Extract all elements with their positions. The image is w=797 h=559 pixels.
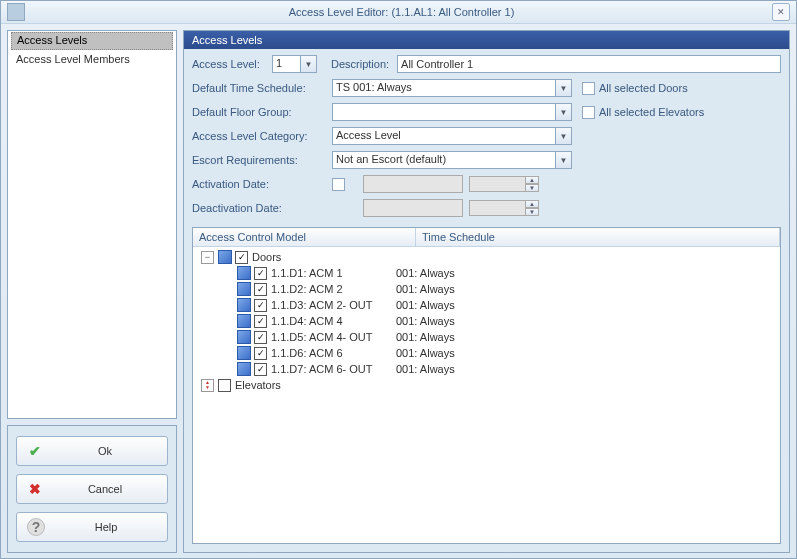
activation-time-spinner[interactable]: ▲▼ <box>469 176 539 192</box>
spin-up-icon: ▲ <box>525 176 539 184</box>
tree-row-door-item[interactable]: ✓1.1.D1: ACM 1001: Always <box>193 265 780 281</box>
item-schedule: 001: Always <box>396 315 776 327</box>
item-schedule: 001: Always <box>396 331 776 343</box>
chevron-down-icon: ▼ <box>555 152 571 168</box>
doors-label: Doors <box>252 251 281 263</box>
chevron-down-icon: ▼ <box>555 128 571 144</box>
tree-row-door-item[interactable]: ✓1.1.D4: ACM 4001: Always <box>193 313 780 329</box>
access-level-value: 1 <box>276 57 282 69</box>
category-select[interactable]: Access Level ▼ <box>332 127 572 145</box>
spin-down-icon: ▼ <box>525 208 539 216</box>
cube-icon <box>237 266 251 280</box>
tree-row-door-item[interactable]: ✓1.1.D7: ACM 6- OUT001: Always <box>193 361 780 377</box>
nav-tree: Access Levels Access Level Members <box>7 30 177 419</box>
app-icon <box>7 3 25 21</box>
description-label: Description: <box>331 58 389 70</box>
list-header: Access Control Model Time Schedule <box>193 228 780 247</box>
access-level-select[interactable]: 1 ▼ <box>272 55 317 73</box>
doors-checkbox[interactable]: ✓ <box>235 251 248 264</box>
escort-value: Not an Escort (default) <box>336 153 446 165</box>
default-floor-label: Default Floor Group: <box>192 106 332 118</box>
default-time-value: TS 001: Always <box>336 81 412 93</box>
cube-icon <box>237 346 251 360</box>
cube-icon <box>237 298 251 312</box>
collapse-icon[interactable]: − <box>201 251 214 264</box>
item-name: 1.1.D5: ACM 4- OUT <box>271 331 372 343</box>
panel-header: Access Levels <box>184 31 789 49</box>
cancel-label: Cancel <box>53 483 157 495</box>
ok-button[interactable]: ✔ Ok <box>16 436 168 466</box>
tree-row-door-item[interactable]: ✓1.1.D3: ACM 2- OUT001: Always <box>193 297 780 313</box>
activation-checkbox[interactable] <box>332 178 345 191</box>
question-icon: ? <box>27 518 45 536</box>
elevators-checkbox[interactable] <box>218 379 231 392</box>
default-time-select[interactable]: TS 001: Always ▼ <box>332 79 572 97</box>
chevron-down-icon: ▼ <box>555 80 571 96</box>
sort-icon[interactable]: ▲▼ <box>201 379 214 392</box>
item-name: 1.1.D4: ACM 4 <box>271 315 343 327</box>
item-schedule: 001: Always <box>396 347 776 359</box>
item-schedule: 001: Always <box>396 299 776 311</box>
item-checkbox[interactable]: ✓ <box>254 331 267 344</box>
titlebar: Access Level Editor: (1.1.AL1: All Contr… <box>1 1 796 24</box>
acm-list: Access Control Model Time Schedule −✓Doo… <box>192 227 781 544</box>
help-button[interactable]: ? Help <box>16 512 168 542</box>
nav-item-access-level-members[interactable]: Access Level Members <box>8 51 176 67</box>
deactivation-time-spinner[interactable]: ▲▼ <box>469 200 539 216</box>
tree-row-door-item[interactable]: ✓1.1.D6: ACM 6001: Always <box>193 345 780 361</box>
item-checkbox[interactable]: ✓ <box>254 347 267 360</box>
item-schedule: 001: Always <box>396 267 776 279</box>
item-name: 1.1.D6: ACM 6 <box>271 347 343 359</box>
form-area: Access Level: 1 ▼ Description: Default T… <box>184 49 789 227</box>
activation-date-input[interactable] <box>363 175 463 193</box>
default-time-label: Default Time Schedule: <box>192 82 332 94</box>
tree-row-elevators[interactable]: ▲▼Elevators <box>193 377 780 393</box>
category-value: Access Level <box>336 129 401 141</box>
tree-row-door-item[interactable]: ✓1.1.D2: ACM 2001: Always <box>193 281 780 297</box>
item-checkbox[interactable]: ✓ <box>254 283 267 296</box>
list-body: −✓Doors✓1.1.D1: ACM 1001: Always✓1.1.D2:… <box>193 247 780 543</box>
client-area: Access Levels Access Level Members ✔ Ok … <box>1 24 796 559</box>
escort-select[interactable]: Not an Escort (default) ▼ <box>332 151 572 169</box>
window-title: Access Level Editor: (1.1.AL1: All Contr… <box>31 6 772 18</box>
cube-icon <box>218 250 232 264</box>
description-input[interactable] <box>397 55 781 73</box>
item-checkbox[interactable]: ✓ <box>254 315 267 328</box>
ok-label: Ok <box>53 445 157 457</box>
close-button[interactable]: ✕ <box>772 3 790 21</box>
chevron-down-icon: ▼ <box>300 56 316 72</box>
item-name: 1.1.D7: ACM 6- OUT <box>271 363 372 375</box>
col-schedule[interactable]: Time Schedule <box>416 228 780 246</box>
deactivation-date-input[interactable] <box>363 199 463 217</box>
item-checkbox[interactable]: ✓ <box>254 363 267 376</box>
cube-icon <box>237 362 251 376</box>
check-icon: ✔ <box>27 443 43 459</box>
default-floor-select[interactable]: ▼ <box>332 103 572 121</box>
cube-icon <box>237 282 251 296</box>
item-name: 1.1.D1: ACM 1 <box>271 267 343 279</box>
all-doors-checkbox[interactable] <box>582 82 595 95</box>
cube-icon <box>237 314 251 328</box>
tree-row-doors[interactable]: −✓Doors <box>193 249 780 265</box>
activation-label: Activation Date: <box>192 178 332 190</box>
spin-down-icon: ▼ <box>525 184 539 192</box>
item-checkbox[interactable]: ✓ <box>254 267 267 280</box>
spin-up-icon: ▲ <box>525 200 539 208</box>
cube-icon <box>237 330 251 344</box>
item-name: 1.1.D3: ACM 2- OUT <box>271 299 372 311</box>
category-label: Access Level Category: <box>192 130 332 142</box>
side-column: Access Levels Access Level Members ✔ Ok … <box>7 30 177 553</box>
item-schedule: 001: Always <box>396 283 776 295</box>
access-level-label: Access Level: <box>192 58 272 70</box>
cancel-button[interactable]: ✖ Cancel <box>16 474 168 504</box>
tree-row-door-item[interactable]: ✓1.1.D5: ACM 4- OUT001: Always <box>193 329 780 345</box>
all-doors-label: All selected Doors <box>599 82 688 94</box>
window: Access Level Editor: (1.1.AL1: All Contr… <box>0 0 797 559</box>
item-schedule: 001: Always <box>396 363 776 375</box>
item-checkbox[interactable]: ✓ <box>254 299 267 312</box>
escort-label: Escort Requirements: <box>192 154 332 166</box>
col-model[interactable]: Access Control Model <box>193 228 416 246</box>
elevators-label: Elevators <box>235 379 281 391</box>
all-elevators-checkbox[interactable] <box>582 106 595 119</box>
nav-item-access-levels[interactable]: Access Levels <box>11 32 173 50</box>
